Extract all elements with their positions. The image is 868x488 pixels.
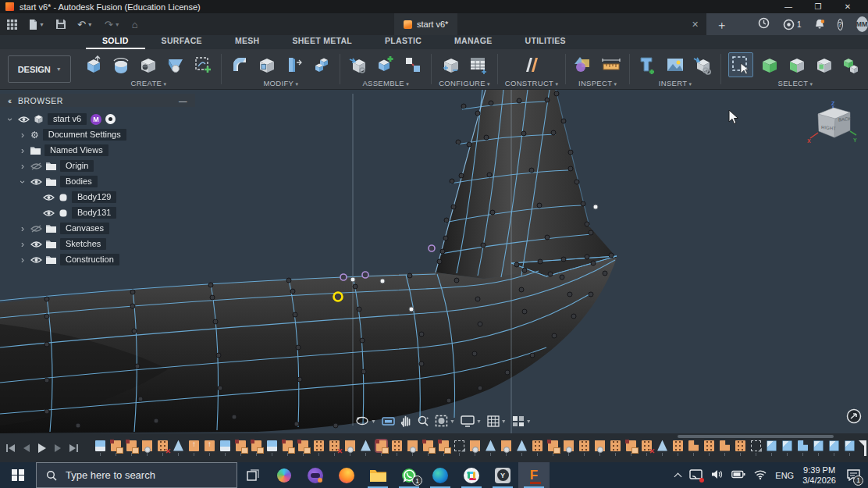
save-icon[interactable]	[56, 20, 66, 29]
ribbon-tab-solid[interactable]: SOLID	[86, 35, 145, 49]
display-settings-icon[interactable]: ▼	[461, 415, 482, 427]
timeline-scrollbar[interactable]	[678, 435, 834, 438]
chevron-right-icon[interactable]: ›	[19, 162, 27, 170]
timeline-feature-bool[interactable]	[283, 440, 293, 456]
timeline-feature-sketch[interactable]	[220, 440, 230, 456]
timeline-feature-stitch[interactable]	[392, 440, 402, 456]
orbit-icon[interactable]: ▼	[355, 415, 376, 427]
timeline-feature-tri[interactable]	[361, 440, 371, 456]
browser-item-bodies[interactable]: ›Bodies	[0, 174, 195, 189]
battery-icon[interactable]	[731, 470, 745, 480]
maximize-button[interactable]: ❐	[803, 0, 833, 13]
whatsapp-icon[interactable]: 1	[393, 462, 425, 488]
visibility-eye-off-icon[interactable]	[30, 225, 42, 233]
visibility-eye-icon[interactable]	[30, 178, 42, 186]
browser-item-body129[interactable]: Body129	[0, 190, 195, 205]
draft-icon[interactable]	[283, 53, 305, 77]
timeline-feature-bool[interactable]	[626, 440, 636, 456]
visibility-eye-icon[interactable]	[43, 209, 55, 217]
timeline-feature-hole[interactable]	[205, 440, 215, 456]
volume-icon[interactable]	[711, 469, 723, 481]
file-menu-icon[interactable]: ▼	[29, 20, 44, 30]
chevron-right-icon[interactable]: ›	[19, 225, 27, 233]
fillet-icon[interactable]	[229, 53, 251, 77]
select-group-label[interactable]: SELECT	[778, 79, 813, 87]
browser-item-start-v6[interactable]: ›start v6M	[0, 112, 195, 126]
select-priority-icon[interactable]	[841, 53, 863, 77]
look-at-icon[interactable]	[382, 415, 395, 426]
timeline-feature-form[interactable]	[782, 440, 792, 456]
document-tab[interactable]: start v6*	[394, 13, 457, 35]
timeline-feature-bool[interactable]	[439, 440, 449, 456]
browser-header[interactable]: ‹‹ BROWSER —	[0, 94, 195, 107]
timeline-feature-tri[interactable]	[486, 440, 496, 456]
navigation-wheel-icon[interactable]	[846, 408, 862, 427]
inspect-group-label[interactable]: INSPECT	[578, 79, 617, 87]
ribbon-tab-sheet-metal[interactable]: SHEET METAL	[276, 35, 368, 49]
timeline-feature-bool[interactable]	[423, 440, 433, 456]
modify-group-label[interactable]: MODIFY	[263, 79, 298, 87]
timeline-feature-form[interactable]	[813, 440, 824, 456]
timeline-feature-stitch[interactable]	[735, 440, 745, 456]
home-icon[interactable]: ⌂	[132, 20, 138, 30]
timeline-feature-marker[interactable]	[860, 440, 868, 454]
configure-icon[interactable]	[440, 53, 462, 77]
timeline-feature-loft[interactable]	[470, 440, 480, 456]
construct-group-label[interactable]: CONSTRUCT	[505, 79, 558, 87]
tray-clock[interactable]: 9:39 PM 3/4/2026	[802, 465, 836, 486]
text-icon[interactable]	[637, 53, 659, 77]
tab-close-icon[interactable]: ✕	[692, 13, 699, 35]
timeline-feature-bool[interactable]	[111, 440, 121, 456]
timeline-feature-stitchx[interactable]	[642, 440, 652, 456]
timeline-feature-stitch[interactable]	[704, 440, 714, 456]
ribbon-tab-utilities[interactable]: UTILITIES	[509, 35, 582, 49]
view-cube[interactable]: Z RIGHT BACK X Y	[807, 99, 859, 151]
file-explorer-icon[interactable]	[362, 462, 393, 488]
insert-group-label[interactable]: INSERT	[659, 79, 692, 87]
timeline-feature-loft[interactable]	[345, 440, 355, 456]
timeline-feature-tri[interactable]	[173, 440, 183, 456]
user-avatar[interactable]: MM	[856, 16, 868, 32]
hole-icon[interactable]	[137, 53, 159, 77]
measure-icon[interactable]	[573, 53, 595, 77]
browser-item-sketches[interactable]: ›Sketches	[0, 237, 195, 251]
timeline-feature-loft[interactable]	[142, 440, 152, 456]
timeline-feature-form[interactable]	[767, 440, 777, 456]
chevron-right-icon[interactable]: ›	[19, 240, 27, 248]
timeline-feature-sketch[interactable]	[95, 440, 105, 456]
slack-icon[interactable]	[456, 462, 487, 488]
undo-icon[interactable]: ↶▼	[77, 20, 93, 30]
browser-item-body131[interactable]: Body131	[0, 205, 195, 220]
pan-icon[interactable]	[400, 415, 411, 427]
configure-group-label[interactable]: CONFIGURE	[439, 79, 490, 87]
select-tool-icon[interactable]	[728, 52, 753, 77]
visibility-eye-off-icon[interactable]	[30, 162, 42, 170]
taskbar-search-input[interactable]: Type here to search	[36, 462, 237, 488]
loft-icon[interactable]	[165, 53, 187, 77]
grid-settings-icon[interactable]: ▼	[487, 415, 507, 427]
extrude-icon[interactable]	[83, 53, 105, 77]
visibility-eye-icon[interactable]	[30, 240, 42, 248]
step-back-button[interactable]	[23, 444, 30, 452]
ribbon-tab-mesh[interactable]: MESH	[219, 35, 276, 49]
revolve-icon[interactable]	[110, 53, 132, 77]
chevron-down-icon[interactable]: ›	[19, 178, 27, 186]
timeline-feature-loft[interactable]	[407, 440, 418, 456]
visibility-eye-icon[interactable]	[43, 194, 55, 201]
timeline-feature-bool[interactable]	[251, 440, 261, 456]
action-center-icon[interactable]: 1	[845, 467, 862, 484]
workspace-selector[interactable]: DESIGN▼	[8, 55, 71, 83]
data-panel-icon[interactable]	[7, 20, 17, 30]
timeline-feature-stitch[interactable]	[673, 440, 683, 456]
tray-expand-icon[interactable]	[674, 472, 682, 480]
edge-icon[interactable]	[425, 462, 456, 488]
timeline-feature-loft[interactable]	[595, 440, 605, 456]
measure-ruler-icon[interactable]	[600, 53, 622, 77]
viewport-canvas[interactable]: ‹‹ BROWSER — ›start v6M›⚙Document Settin…	[0, 90, 868, 433]
help-icon[interactable]: ?	[838, 19, 843, 30]
chevron-down-icon[interactable]: ›	[6, 116, 14, 123]
timeline-feature-stitch[interactable]	[610, 440, 621, 456]
chevron-right-icon[interactable]: ›	[19, 131, 27, 139]
new-tab-icon[interactable]: ＋	[716, 19, 727, 30]
viewports-icon[interactable]: ▼	[512, 415, 532, 427]
